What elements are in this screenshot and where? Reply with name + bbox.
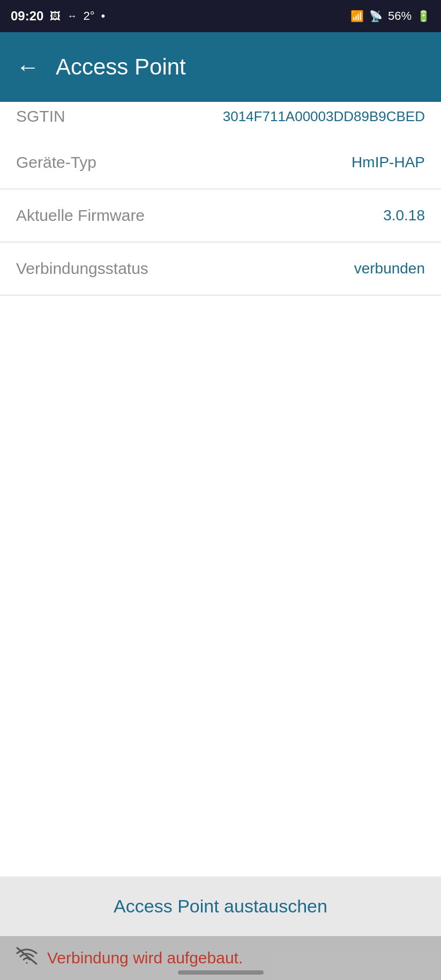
status-time: 09:20	[11, 9, 43, 24]
firmware-value: 3.0.18	[383, 207, 425, 224]
status-temperature: 2°	[83, 9, 94, 23]
status-bar-left: 09:20 🖼 ↔ 2° •	[11, 9, 105, 24]
sgtin-label: SGTIN	[16, 107, 65, 125]
page-title: Access Point	[56, 54, 186, 80]
connection-status-row: Verbindungsstatus verbunden	[0, 242, 441, 295]
status-photo-icon: 🖼	[50, 10, 61, 23]
status-bar-right: 📶 📡 56% 🔋	[350, 9, 430, 23]
toast-text: Verbindung wird aufgebaut.	[47, 949, 243, 967]
wifi-icon: 📶	[350, 10, 364, 23]
replace-access-point-button[interactable]: Access Point austauschen	[0, 877, 441, 936]
back-arrow-icon: ←	[16, 54, 40, 80]
home-indicator	[178, 970, 264, 975]
signal-icon: 📡	[369, 10, 383, 23]
firmware-label: Aktuelle Firmware	[16, 206, 145, 225]
connection-icon	[16, 947, 38, 969]
firmware-row: Aktuelle Firmware 3.0.18	[0, 189, 441, 242]
device-type-row: Geräte-Typ HmIP-HAP	[0, 136, 441, 189]
status-bar: 09:20 🖼 ↔ 2° • 📶 📡 56% 🔋	[0, 0, 441, 32]
device-type-label: Geräte-Typ	[16, 153, 96, 172]
sgtin-value: 3014F711A00003DD89B9CBED	[223, 108, 425, 125]
status-bullet: •	[101, 9, 105, 23]
back-button[interactable]: ←	[16, 54, 40, 80]
battery-level: 56%	[388, 9, 412, 23]
connection-status-value: verbunden	[354, 260, 425, 277]
app-header: ← Access Point	[0, 32, 441, 102]
sgtin-row: SGTIN 3014F711A00003DD89B9CBED	[0, 102, 441, 136]
device-type-value: HmIP-HAP	[352, 154, 425, 171]
bottom-area: Access Point austauschen Verbindung wird…	[0, 877, 441, 980]
content-area: SGTIN 3014F711A00003DD89B9CBED Geräte-Ty…	[0, 102, 441, 295]
status-arrow-icon: ↔	[67, 11, 77, 22]
connection-status-label: Verbindungsstatus	[16, 259, 148, 278]
battery-icon: 🔋	[417, 10, 430, 23]
